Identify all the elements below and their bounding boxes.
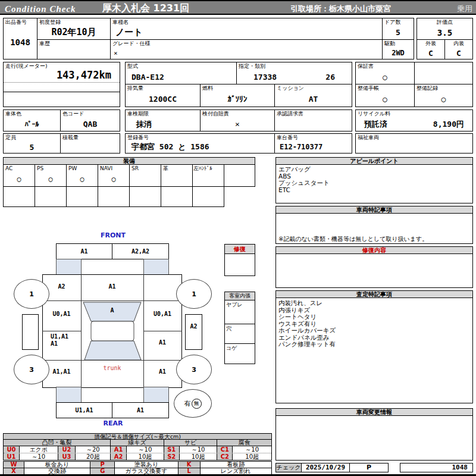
approval-request-box: 承認請求書 (274, 109, 352, 131)
appeal-item: ETC (276, 187, 472, 194)
class-number-value: 26 (325, 73, 335, 82)
interior-grade-label: 内装 (445, 40, 472, 47)
legend-code: S1 (164, 446, 180, 453)
vehicle-notes-body: ※記載のない書類・機器等は無しとして取り扱います。 (275, 213, 473, 244)
left-sill-box (22, 314, 39, 350)
legend-code: U0 (4, 446, 20, 453)
legend-code: C1 (217, 446, 233, 453)
repair-flag-box: 修復 (224, 244, 255, 276)
car-history-value (37, 47, 110, 59)
recycle-fee-value: 8,190円 (433, 119, 464, 130)
damage-code: A2,A2 (112, 248, 168, 255)
legend-table: 凸凹・亀裂 線キズ サビ 腐食 U0 エクボ U2 ～20 A1 ～10 S1 … (3, 439, 272, 461)
inspection-expiry-box: 車検期限 抹消 (125, 109, 201, 131)
model-code-box: 型式 DBA-E12 (125, 62, 237, 84)
equipment-label: NAVI (98, 165, 129, 172)
trunk-label: trunk (81, 365, 143, 372)
load-capacity-box: 積載量 (60, 133, 120, 154)
spare-no-circled: 無 (192, 399, 202, 409)
equipment-cell-ps: PS ○ (35, 164, 67, 187)
condition-check-sheet: Condition Check 厚木入札会 1231回 引取場所：栃木県小山市粟… (0, 0, 476, 476)
model-code-value: DBA-E12 (126, 70, 236, 84)
equipment-empty-cell (3, 186, 35, 207)
legend-code: A1 (111, 446, 127, 453)
equipment-empty-cell (192, 186, 224, 207)
equipment-empty-cell (35, 186, 67, 207)
drive-box: 駆動 2WD (382, 39, 414, 60)
type-number-value: 17338 (253, 73, 277, 82)
repair-flag-title: 修復 (224, 244, 255, 254)
doors-value: 5 (383, 26, 414, 39)
legend-mark-code: P (90, 462, 115, 468)
footer-lot-number: 1048 (400, 463, 473, 472)
body-divider (42, 331, 81, 331)
transmission-label: ミッション (275, 84, 352, 92)
capacity-value: 5 (4, 141, 60, 153)
equipment-empty-cell (161, 186, 193, 207)
inspection-expiry-value: 抹消 (126, 117, 200, 131)
legend-marks-table: W 板金あり P 塗装あり K 看板跡 X 交換跡 G ガラス交換要す L レン… (3, 461, 272, 475)
equipment-empty-cell (98, 186, 130, 207)
car-history-box: 車歴 (37, 39, 111, 60)
legend-desc: 20超 (76, 453, 111, 460)
exterior-grade-label: 外装 (417, 40, 444, 47)
displacement-box: 排気量 1200CC (125, 84, 201, 107)
equipment-empty-cell (66, 186, 98, 207)
equipment-label: 革 (161, 165, 192, 172)
first-registration-value: R02年10月 (37, 26, 110, 39)
fuel-value: ｶﾞｿﾘﾝ (201, 92, 274, 107)
wheel-code: 1 (29, 290, 34, 298)
cabin-row-tear: ヤブレ (224, 300, 255, 324)
exterior-grade-box: 外装 C (416, 39, 445, 60)
diagram-rear-label: REAR (92, 419, 134, 427)
cabin-row-hole: 穴 (224, 324, 255, 344)
wheel-code: 1 (192, 290, 196, 298)
welfare-vehicle-label: 福祉車両 (356, 134, 472, 141)
vehicle-notes-disclaimer: ※記載のない書類・機器等は無しとして取り扱います。 (276, 236, 472, 244)
legend-desc: ～10 (233, 446, 271, 453)
equipment-label: AC (4, 165, 35, 172)
repair-content-body (275, 253, 473, 288)
maintenance-record-value: ○ (415, 92, 472, 107)
maintenance-record-label: 整備記録 (415, 84, 472, 92)
assessment-item: パンク修理キット有 (276, 341, 472, 348)
windshield-code: A (81, 307, 143, 314)
equipment-label: PS (35, 165, 66, 172)
legend-code: A2 (111, 453, 127, 460)
checker-code: P (349, 463, 389, 472)
displacement-value: 1200CC (126, 92, 200, 107)
legend-code: U3 (58, 453, 76, 460)
cabin-row-burn: コゲ (224, 343, 255, 364)
lot-number-label: 出品番号 (4, 18, 37, 26)
rear-right-corner-shade (143, 387, 169, 403)
cabin-lining-box: 客室内張 ヤブレ 穴 コゲ (224, 292, 255, 364)
legend-mark-code: X (4, 468, 24, 474)
door-front-left-code: U0,A1 (42, 311, 81, 318)
appeal-item: プッシュスタート (276, 180, 472, 187)
brand-title: Condition Check (5, 4, 76, 14)
warranty-spare-box (414, 62, 473, 84)
recycle-fee-label: リサイクル料 (356, 110, 472, 117)
assessment-item: ホイールカバーキズ (276, 327, 472, 334)
legend-mark-desc: 看板跡 (201, 462, 271, 468)
rear-bumper-right-cell: A1 (112, 402, 169, 418)
rear-bumper-left-cell: U1,A1 (56, 402, 112, 418)
damage-code: A1 (112, 407, 168, 414)
load-capacity-label: 積載量 (61, 134, 120, 141)
wheel-code: 3 (192, 366, 196, 374)
equipment-cell-leather: 革 (161, 164, 193, 187)
pickup-location: 引取場所：栃木県小山市粟宮 (290, 4, 391, 14)
odometer-divider-solid (4, 92, 120, 92)
odometer-divider-dotted (4, 82, 120, 83)
assessment-item: 内装汚れ、スレ (276, 300, 472, 307)
insurance-value: × (201, 117, 274, 131)
door-rear-right-code: A1 (143, 339, 181, 346)
lot-number-value: 1048 (4, 26, 37, 59)
first-registration-box: 初度登録 R02年10月 (37, 18, 111, 40)
maintenance-book-box: 整備手帳 ○ (355, 84, 415, 107)
appeal-item: エアバッグ (276, 166, 472, 173)
maintenance-book-value: ○ (356, 92, 414, 107)
legend-code: S2 (164, 453, 180, 460)
drive-label: 駆動 (383, 40, 414, 47)
door-rear-left-code: U1,A1 (42, 333, 89, 340)
